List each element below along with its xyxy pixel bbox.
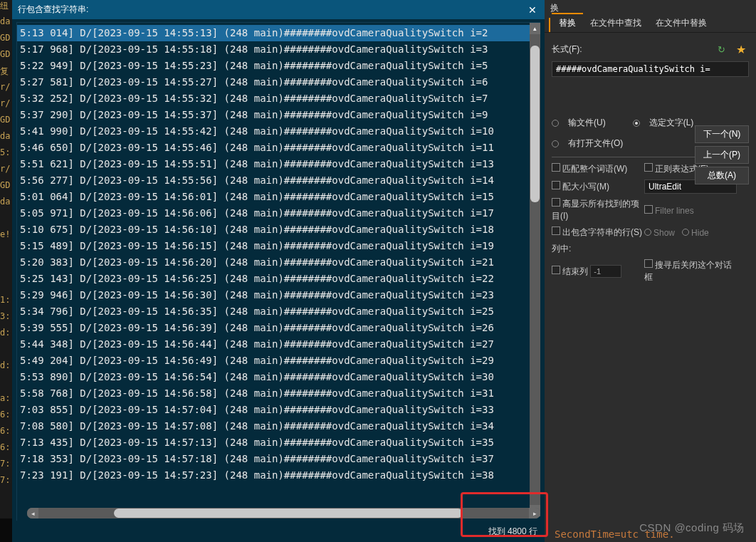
result-line[interactable]: 5:37 290] D/[2023-09-15 14:55:37] (248 m… [17,107,530,123]
result-line[interactable]: 5:58 768] D/[2023-09-15 14:56:58] (248 m… [17,385,530,402]
gutter-text [0,508,12,518]
gutter-text: 6: [0,442,12,459]
end-col-checkbox[interactable] [552,266,560,274]
radio-all-open[interactable] [552,140,559,147]
result-line[interactable]: 5:34 796] D/[2023-09-15 14:56:35] (248 m… [17,303,530,320]
result-line[interactable]: 5:41 990] D/[2023-09-15 14:55:42] (248 m… [17,123,530,140]
scroll-up-icon[interactable]: ▴ [530,23,540,34]
gutter-text: d: [0,360,12,377]
favorite-icon[interactable]: ★ [733,41,749,57]
out-lines-label: 出包含字符串的行(S) [562,227,642,237]
gutter-text: GD [0,180,12,197]
highlight-label: 高显示所有找到的项目(I) [552,199,639,221]
tab-replace-in-files[interactable]: 在文件中替换 [649,13,714,32]
gutter-text [0,278,12,295]
result-line[interactable]: 5:15 489] D/[2023-09-15 14:56:15] (248 m… [17,238,530,254]
gutter-text: 复 [0,66,12,82]
result-line[interactable]: 5:51 621] D/[2023-09-15 14:55:51] (248 m… [17,156,530,172]
result-line[interactable]: 7:13 435] D/[2023-09-15 14:57:13] (248 m… [17,434,530,451]
gutter-text [0,246,12,262]
result-line[interactable]: 5:56 277] D/[2023-09-15 14:55:56] (248 m… [17,172,530,189]
result-line[interactable]: 5:10 675] D/[2023-09-15 14:56:10] (248 m… [17,222,530,238]
watermark-text: CSDN @coding 码场 [639,521,745,535]
match-case-label: 配大小写(M) [562,182,609,192]
find-input[interactable] [552,61,749,77]
count-button[interactable]: 总数(A) [695,167,749,184]
result-line[interactable]: 5:39 555] D/[2023-09-15 14:56:39] (248 m… [17,320,530,336]
out-lines-checkbox[interactable] [552,226,560,235]
find-replace-panel: 换 替换 在文件中查找 在文件中替换 长式(F): ↻ ★ 输文件(U) 选定文… [545,0,756,542]
hide-label: Hide [691,228,709,238]
tab-replace[interactable]: 替换 [552,13,583,32]
tab-find-in-files[interactable]: 在文件中查找 [583,13,649,32]
result-line[interactable]: 7:08 580] D/[2023-09-15 14:57:08] (248 m… [17,418,530,434]
result-line[interactable]: 7:03 855] D/[2023-09-15 14:57:04] (248 m… [17,402,530,418]
result-line[interactable]: 5:22 949] D/[2023-09-15 14:55:23] (248 m… [17,58,530,74]
gutter-text [0,213,12,229]
results-list[interactable]: 5:13 014] D/[2023-09-15 14:55:13] (248 m… [17,23,530,516]
scroll-right-icon[interactable]: ▸ [529,508,540,518]
result-line[interactable]: 7:18 353] D/[2023-09-15 14:57:18] (248 m… [17,451,530,467]
gutter-text: 3: [0,311,12,328]
result-line[interactable]: 5:32 252] D/[2023-09-15 14:55:32] (248 m… [17,90,530,107]
gutter-text [0,262,12,278]
match-case-checkbox[interactable] [552,181,560,189]
end-col-label: 结束列 [562,266,588,276]
result-line[interactable]: 5:29 946] D/[2023-09-15 14:56:30] (248 m… [17,287,530,303]
result-line[interactable]: 5:05 971] D/[2023-09-15 14:56:06] (248 m… [17,205,530,222]
panel-title: 行包含查找字符串: [18,4,88,16]
history-icon[interactable]: ↻ [713,41,729,57]
gutter-text: da [0,131,12,147]
in-file-label: 输文件(U) [568,117,606,129]
gutter-text: da [0,197,12,213]
result-line[interactable]: 7:23 191] D/[2023-09-15 14:57:23] (248 m… [17,467,530,484]
result-line[interactable]: 5:13 014] D/[2023-09-15 14:55:13] (248 m… [17,25,530,41]
result-line[interactable]: 5:49 204] D/[2023-09-15 14:56:49] (248 m… [17,353,530,369]
result-line[interactable]: 5:53 890] D/[2023-09-15 14:56:54] (248 m… [17,369,530,385]
scroll-thumb[interactable] [530,46,540,202]
gutter-text: GD [0,33,12,49]
gutter-text: 5: [0,147,12,164]
next-button[interactable]: 下一个(N) [695,125,749,143]
result-line[interactable]: 5:25 143] D/[2023-09-15 14:56:25] (248 m… [17,271,530,287]
prev-button[interactable]: 上一个(P) [695,146,749,164]
close-after-checkbox[interactable] [644,259,653,268]
close-icon[interactable]: ✕ [526,4,539,16]
hscroll-thumb[interactable] [114,509,463,518]
result-line[interactable]: 5:20 383] D/[2023-09-15 14:56:20] (248 m… [17,254,530,271]
gutter-text: a: [0,393,12,410]
column-in-label: 列中: [552,244,571,254]
gutter-text: d: [0,328,12,344]
result-line[interactable]: 5:44 348] D/[2023-09-15 14:56:44] (248 m… [17,336,530,353]
gutter-text: r/ [0,164,12,180]
end-col-input[interactable] [590,265,621,278]
vertical-scrollbar[interactable]: ▴ ▾ [530,23,540,516]
scroll-left-icon[interactable]: ◂ [27,508,38,518]
radio-in-file[interactable] [552,120,559,127]
show-label: Show [653,228,675,238]
gutter-text: GD [0,49,12,66]
result-line[interactable]: 5:01 064] D/[2023-09-15 14:56:01] (248 m… [17,189,530,205]
gutter-text: 6: [0,426,12,442]
gutter-text: GD [0,115,12,131]
results-container: 5:13 014] D/[2023-09-15 14:55:13] (248 m… [16,22,540,521]
horizontal-scrollbar[interactable]: ◂ ▸ [27,508,540,518]
gutter-text [0,377,12,393]
hide-radio[interactable] [682,229,689,236]
select-text-label: 选定文字(L) [649,117,694,129]
gutter-text: 7: [0,459,12,475]
gutter-text: r/ [0,82,12,98]
regex-checkbox[interactable] [644,163,653,172]
filter-checkbox[interactable] [644,205,653,214]
radio-selected-text[interactable] [633,120,640,127]
panel-titlebar: 行包含查找字符串: ✕ [12,0,545,19]
result-line[interactable]: 5:17 968] D/[2023-09-15 14:55:18] (248 m… [17,41,530,58]
result-line[interactable]: 5:46 650] D/[2023-09-15 14:55:46] (248 m… [17,140,530,156]
highlight-checkbox[interactable] [552,198,560,207]
gutter-text [0,344,12,360]
gutter-text: 1: [0,295,12,311]
result-line[interactable]: 5:27 581] D/[2023-09-15 14:55:27] (248 m… [17,74,530,90]
whole-word-checkbox[interactable] [552,163,560,172]
show-radio[interactable] [644,229,651,236]
panel-status: 找到 4800 行 [488,526,537,538]
